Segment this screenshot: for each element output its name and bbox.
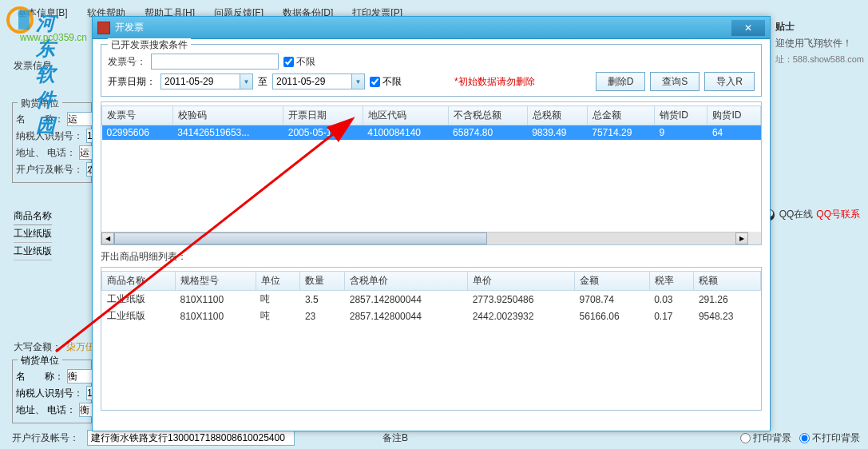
invoice-info-label: 发票信息 <box>14 59 52 73</box>
search-date-label: 开票日期： <box>108 75 156 89</box>
buyer-name-label: 名 称： <box>16 113 64 126</box>
dcol-unit[interactable]: 单位 <box>256 272 300 291</box>
buyer-section-title: 购货单位 <box>18 97 62 110</box>
dcol-name[interactable]: 商品名称 <box>102 272 176 291</box>
col-amount-notax[interactable]: 不含税总额 <box>448 106 527 125</box>
col-tax[interactable]: 总税额 <box>527 106 587 125</box>
welcome-text: 迎使用飞翔软件！ <box>775 37 864 50</box>
dcol-price[interactable]: 单价 <box>468 272 575 291</box>
unlimited-check-2[interactable]: 不限 <box>370 75 402 89</box>
col-seller-id[interactable]: 销货ID <box>654 106 707 125</box>
unlimited-check-1[interactable]: 不限 <box>283 55 315 69</box>
buyer-bank-label: 开户行及帐号： <box>16 163 83 177</box>
dialog-icon <box>97 22 110 34</box>
date-from-input[interactable]: 2011-05-29 <box>161 74 240 89</box>
warning-text: *初始数据请勿删除 <box>454 75 535 89</box>
col-buyer-id[interactable]: 购货ID <box>707 106 761 125</box>
qq-online-label[interactable]: QQ在线 <box>779 208 814 221</box>
col-total[interactable]: 总金额 <box>587 106 654 125</box>
search-invoice-label: 发票号： <box>108 55 146 69</box>
dcol-rate[interactable]: 税率 <box>649 272 694 291</box>
tips-title: 贴士 <box>775 20 864 34</box>
date-to-drop[interactable]: ▼ <box>352 74 365 89</box>
search-group-title: 已开发票搜索条件 <box>108 38 191 52</box>
dcol-qty[interactable]: 数量 <box>300 272 345 291</box>
dcol-tax[interactable]: 税额 <box>694 272 761 291</box>
date-from-drop[interactable]: ▼ <box>240 74 253 89</box>
date-to-input[interactable]: 2011-05-29 <box>272 74 352 89</box>
radio-no-print-bg[interactable]: 不打印背景 <box>799 431 860 445</box>
query-button[interactable]: 查询S <box>650 72 700 91</box>
delete-button[interactable]: 删除D <box>596 72 646 91</box>
close-icon: ✕ <box>744 22 752 34</box>
dialog-title: 开发票 <box>115 21 731 34</box>
dcol-amount[interactable]: 金额 <box>575 272 650 291</box>
seller-section-title: 销货单位 <box>18 354 62 368</box>
detail-table[interactable]: 商品名称 规格型号 单位 数量 含税单价 单价 金额 税率 税额 工业纸版810… <box>101 267 762 411</box>
daxie-value: 柒万伍 <box>66 340 95 354</box>
daxie-label: 大写金额： <box>14 340 61 354</box>
col-check-code[interactable]: 校验码 <box>172 106 283 125</box>
dcol-spec[interactable]: 规格型号 <box>175 272 256 291</box>
watermark-url: www.pc0359.cn <box>20 32 87 43</box>
product-row: 工业纸版 <box>14 225 52 243</box>
site-url: 址：588.show588.com <box>775 54 864 66</box>
remark-label: 备注B <box>382 431 408 445</box>
bottom-bank-input[interactable] <box>87 430 295 446</box>
menu-basic[interactable]: 基本信息[B] <box>8 3 77 23</box>
col-date[interactable]: 开票日期 <box>283 106 363 125</box>
table-row[interactable]: 02995606 341426519653... 2005-05-19 4100… <box>102 125 761 141</box>
scroll-thumb[interactable] <box>114 232 487 244</box>
buyer-addr-label: 地址、 电话： <box>16 146 76 160</box>
col-region[interactable]: 地区代码 <box>363 106 448 125</box>
h-scrollbar[interactable]: ◀ ▶ <box>101 232 748 244</box>
table-row[interactable]: 工业纸版810X1100吨232857.1428000442442.002393… <box>102 308 761 324</box>
date-to-label: 至 <box>258 75 268 89</box>
invoice-table[interactable]: 发票号 校验码 开票日期 地区代码 不含税总额 总税额 总金额 销货ID 购货I… <box>101 101 762 245</box>
scroll-right-icon[interactable]: ▶ <box>735 232 748 244</box>
dcol-price-tax[interactable]: 含税单价 <box>345 272 468 291</box>
export-button[interactable]: 导入R <box>704 72 755 91</box>
invoice-dialog: 开发票 ✕ 已开发票搜索条件 发票号： 不限 开票日期： 2011-05-29▼… <box>92 16 771 431</box>
col-invoice-no[interactable]: 发票号 <box>102 106 173 125</box>
product-row: 工业纸版 <box>14 243 52 260</box>
qq-link[interactable]: QQ号联系 <box>816 208 860 221</box>
close-button[interactable]: ✕ <box>731 20 765 36</box>
radio-print-bg[interactable]: 打印背景 <box>740 431 791 445</box>
scroll-left-icon[interactable]: ◀ <box>101 232 114 244</box>
search-invoice-input[interactable] <box>151 54 279 70</box>
table-row[interactable]: 工业纸版810X1100吨3.52857.1428000442773.92504… <box>102 291 761 308</box>
buyer-taxid-label: 纳税人识别号： <box>16 129 83 143</box>
detail-title: 开出商品明细列表： <box>101 250 762 264</box>
product-header: 商品名称 <box>14 208 52 225</box>
bottom-bank-label: 开户行及帐号： <box>12 431 79 445</box>
